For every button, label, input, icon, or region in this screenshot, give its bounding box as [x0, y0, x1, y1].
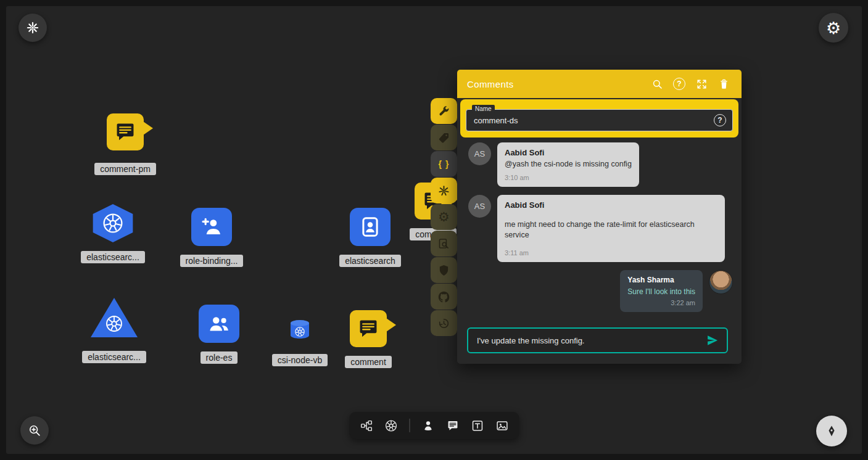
comment-message: AS Aabid Sofi me might need to change th…: [468, 195, 733, 262]
message-author: Yash Sharma: [627, 276, 695, 284]
pen-tool-button[interactable]: [816, 416, 847, 446]
shield-icon: [437, 264, 450, 277]
node-label: elasticsearch: [339, 255, 401, 267]
storage-cylinder-icon: [289, 319, 310, 339]
configure-tool-button[interactable]: [431, 98, 457, 124]
node-action-toolbar: { } ⚙: [431, 98, 457, 336]
kubernetes-hexagon-icon: [93, 204, 133, 242]
zoom-in-button[interactable]: [20, 416, 49, 445]
delete-button[interactable]: [717, 77, 730, 91]
avatar-initials: AS: [468, 195, 491, 218]
zoom-in-icon: [28, 424, 41, 437]
wrench-icon: [437, 105, 450, 118]
comment-icon: [446, 419, 459, 432]
message-bubble: Yash Sharma Sure I'll look into this 3:2…: [620, 270, 703, 312]
node-label: role-binding...: [180, 255, 244, 267]
node-role-binding[interactable]: role-binding...: [162, 208, 261, 267]
comments-panel-header[interactable]: Comments ?: [457, 70, 742, 98]
comment-input[interactable]: [476, 335, 701, 346]
message-text: Sure I'll look into this: [627, 287, 695, 297]
kubernetes-wheel-icon: [384, 419, 397, 432]
history-tool-button[interactable]: [431, 310, 457, 336]
comment-tool-button[interactable]: [446, 419, 459, 432]
message-author: Aabid Sofi: [505, 148, 632, 157]
node-label: comment-pm: [94, 163, 156, 175]
inspect-tool-button[interactable]: [431, 231, 457, 257]
gear-icon: ⚙: [438, 211, 450, 224]
snowflake-icon: [26, 21, 39, 35]
comment-node-icon: [107, 113, 144, 150]
pen-nib-icon: [825, 424, 838, 438]
message-bubble: Aabid Sofi @yash the csi-node is missing…: [497, 142, 639, 187]
expand-icon: [696, 78, 708, 90]
send-icon: [706, 334, 719, 347]
role-icon: [199, 305, 239, 343]
name-field-label: Name: [472, 105, 495, 113]
json-tool-button[interactable]: { }: [431, 151, 457, 177]
node-comment-pm[interactable]: comment-pm: [76, 113, 175, 175]
tag-icon: [437, 131, 450, 144]
message-time: 3:10 am: [505, 174, 632, 181]
message-time: 3:11 am: [505, 249, 717, 257]
node-label: role-es: [200, 351, 238, 364]
panel-header-actions: ?: [650, 77, 732, 91]
gear-icon: ⚙: [826, 20, 841, 36]
expand-button[interactable]: [695, 77, 708, 91]
search-icon: [651, 78, 663, 90]
image-icon: [495, 419, 508, 432]
avatar-initials: AS: [468, 142, 491, 165]
question-icon[interactable]: ?: [714, 114, 726, 126]
person-tool-button[interactable]: [421, 419, 434, 432]
node-elasticsearch-hexagon[interactable]: elasticsearc...: [64, 204, 162, 263]
chat-bubble-icon: [357, 317, 380, 340]
workflow-tool-button[interactable]: [360, 419, 373, 432]
name-input[interactable]: [473, 115, 714, 126]
app-window: ⚙ comment-pm elasticsearc... role-bindin…: [0, 0, 868, 460]
name-field-highlight: Name ?: [460, 99, 738, 138]
badge-person-icon: [358, 215, 382, 239]
question-icon: ?: [673, 78, 685, 90]
doc-scan-icon: [437, 237, 450, 250]
kanvas-logo-button[interactable]: [19, 14, 47, 42]
node-label: elasticsearc...: [82, 351, 146, 363]
trash-icon: [718, 78, 730, 90]
settings-button[interactable]: ⚙: [819, 13, 848, 43]
send-button[interactable]: [706, 334, 719, 347]
comments-panel: Comments ? Name ?: [457, 70, 742, 364]
person-plus-icon: [200, 215, 223, 239]
node-elasticsearch-triangle[interactable]: elasticsearc...: [65, 298, 163, 363]
history-icon: [437, 317, 450, 330]
message-time: 3:22 am: [627, 299, 695, 306]
kubernetes-triangle-icon: [91, 298, 138, 337]
github-icon: [437, 290, 450, 303]
github-tool-button[interactable]: [431, 284, 457, 310]
label-tool-button[interactable]: [431, 125, 457, 150]
node-comment[interactable]: comment: [319, 310, 418, 368]
message-text: me might need to change the rate-limit f…: [505, 220, 717, 240]
braces-icon: { }: [439, 159, 450, 169]
people-icon: [207, 312, 231, 335]
message-text: @yash the csi-node is missing config: [505, 159, 632, 170]
role-binding-icon: [191, 208, 232, 246]
text-tool-button[interactable]: [471, 419, 484, 432]
comment-composer: [467, 327, 728, 353]
kubernetes-shapes-button[interactable]: [384, 419, 397, 432]
node-label: elasticsearc...: [81, 251, 145, 263]
name-field: Name ?: [466, 109, 733, 131]
comment-thread: AS Aabid Sofi @yash the csi-node is miss…: [457, 138, 742, 325]
comment-message: Yash Sharma Sure I'll look into this 3:2…: [468, 270, 733, 312]
image-tool-button[interactable]: [495, 419, 508, 432]
comment-message: AS Aabid Sofi @yash the csi-node is miss…: [468, 142, 733, 187]
comment-node-icon: [350, 310, 387, 347]
shape-dock: [349, 412, 519, 439]
yash-avatar: [709, 270, 733, 294]
workflow-icon: [360, 419, 373, 432]
help-button[interactable]: ?: [672, 77, 686, 91]
search-button[interactable]: [650, 77, 664, 91]
person-icon: [421, 419, 434, 432]
message-bubble: Aabid Sofi me might need to change the r…: [497, 195, 725, 262]
security-tool-button[interactable]: [431, 257, 457, 283]
kubernetes-tool-button[interactable]: [431, 178, 457, 203]
settings-tool-button[interactable]: ⚙: [431, 204, 457, 230]
text-tool-icon: [471, 419, 484, 432]
